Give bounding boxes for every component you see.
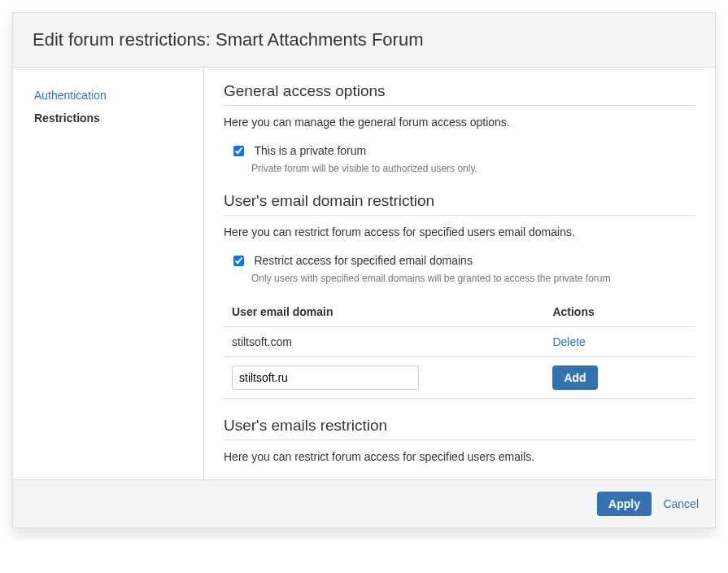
restrict-domain-hint: Only users with specified email domains … bbox=[251, 273, 695, 284]
table-row: stiltsoft.com Delete bbox=[224, 327, 695, 357]
main-panel: General access options Here you can mana… bbox=[204, 68, 715, 479]
domain-table-header-actions: Actions bbox=[544, 299, 695, 327]
restrict-domain-label: Restrict access for specified email doma… bbox=[254, 254, 472, 267]
section-domain-title: User's email domain restriction bbox=[224, 192, 695, 216]
private-forum-hint: Private forum will be visible to authori… bbox=[251, 163, 695, 174]
sidebar-item-restrictions[interactable]: Restrictions bbox=[34, 107, 203, 129]
section-domain-desc: Here you can restrict forum access for s… bbox=[224, 225, 695, 238]
section-general-title: General access options bbox=[224, 82, 695, 106]
domain-cell: stiltsoft.com bbox=[224, 327, 544, 357]
section-emails-desc: Here you can restrict forum access for s… bbox=[224, 450, 695, 463]
domain-table: User email domain Actions stiltsoft.com … bbox=[224, 299, 695, 399]
section-emails-title: User's emails restriction bbox=[224, 417, 695, 440]
table-row-add: Add bbox=[224, 357, 695, 399]
domain-input[interactable] bbox=[232, 365, 419, 390]
dialog-title: Edit forum restrictions: Smart Attachmen… bbox=[33, 29, 695, 50]
sidebar-item-authentication[interactable]: Authentication bbox=[34, 84, 203, 107]
restrict-domain-option: Restrict access for specified email doma… bbox=[233, 253, 695, 268]
private-forum-label: This is a private forum bbox=[254, 144, 366, 157]
dialog: Edit forum restrictions: Smart Attachmen… bbox=[12, 12, 716, 528]
domain-table-header-domain: User email domain bbox=[224, 299, 544, 327]
delete-link[interactable]: Delete bbox=[552, 335, 585, 348]
apply-button[interactable]: Apply bbox=[597, 492, 652, 516]
private-forum-option: This is a private forum bbox=[233, 143, 695, 158]
dialog-header: Edit forum restrictions: Smart Attachmen… bbox=[13, 13, 715, 68]
section-domain: User's email domain restriction Here you… bbox=[224, 192, 695, 399]
add-button[interactable]: Add bbox=[552, 365, 597, 390]
section-general-desc: Here you can manage the general forum ac… bbox=[224, 116, 695, 129]
dialog-body: Authentication Restrictions General acce… bbox=[13, 68, 715, 479]
private-forum-checkbox[interactable] bbox=[233, 146, 244, 156]
section-emails: User's emails restriction Here you can r… bbox=[224, 417, 695, 463]
sidebar: Authentication Restrictions bbox=[13, 68, 204, 479]
section-general: General access options Here you can mana… bbox=[224, 82, 695, 174]
restrict-domain-checkbox[interactable] bbox=[233, 256, 244, 266]
dialog-footer: Apply Cancel bbox=[13, 479, 715, 527]
cancel-link[interactable]: Cancel bbox=[663, 497, 699, 510]
